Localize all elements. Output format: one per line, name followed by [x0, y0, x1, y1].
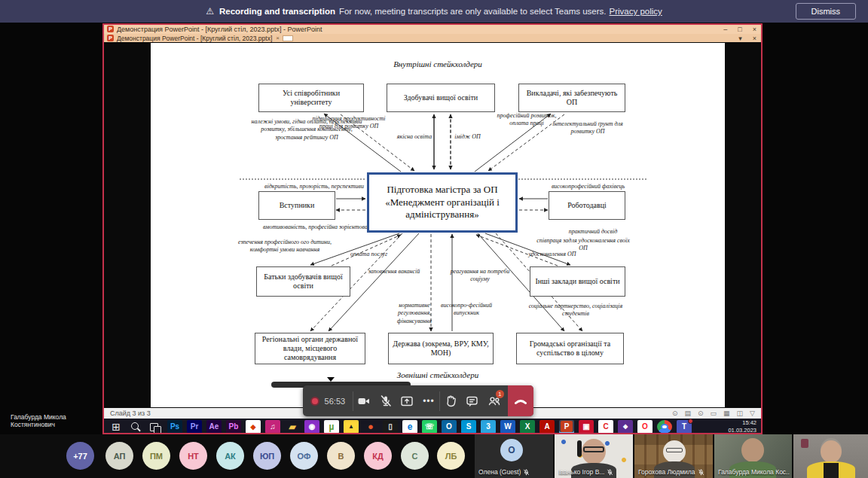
- edge-label: імідж ОП: [451, 133, 484, 141]
- premiere-icon[interactable]: Pr: [187, 420, 202, 434]
- outlook-icon[interactable]: O: [442, 420, 457, 434]
- participant-face: [741, 438, 764, 462]
- glasses: [583, 446, 604, 452]
- comments-icon[interactable]: ▤: [684, 409, 691, 417]
- participant-avatar[interactable]: КД: [364, 442, 392, 470]
- box-regional-authorities: Регіональні органи державної влади, місц…: [255, 333, 365, 364]
- share-screen-button[interactable]: [396, 385, 418, 416]
- mic-off-button[interactable]: [375, 385, 397, 416]
- more-options-button[interactable]: •••: [418, 385, 440, 416]
- task-view-icon[interactable]: [148, 420, 163, 434]
- participant-avatar: О: [500, 439, 523, 461]
- opera-icon[interactable]: O: [637, 420, 653, 434]
- mic-off-icon: [523, 469, 530, 476]
- clock-time: 15:42: [728, 419, 756, 426]
- zoom-icon[interactable]: ▽: [750, 409, 755, 417]
- external-stakeholders-header: Зовнішні стейкхолдери: [151, 370, 725, 379]
- comodo-icon[interactable]: C: [598, 420, 613, 434]
- raise-hand-button[interactable]: [440, 385, 462, 416]
- red-app-icon[interactable]: ▣: [579, 420, 594, 434]
- participant-avatar[interactable]: АП: [105, 442, 133, 470]
- media-app-icon[interactable]: ♫: [265, 420, 280, 434]
- hang-up-button[interactable]: [508, 385, 533, 416]
- meeting-control-bar: 56:53 ••• 1: [303, 385, 533, 416]
- glasses: [666, 448, 683, 452]
- word-icon[interactable]: W: [500, 420, 515, 434]
- edge-icon[interactable]: e: [402, 420, 417, 434]
- box-lecturers: Викладачі, які забезпечують ОП: [518, 84, 625, 112]
- participant-avatar[interactable]: С: [401, 442, 429, 470]
- orange-app-icon[interactable]: ●: [363, 420, 378, 434]
- video-tile[interactable]: [793, 434, 868, 478]
- notes-icon[interactable]: ⊙: [672, 409, 678, 417]
- purple-app-icon[interactable]: ◆: [618, 420, 633, 434]
- participant-avatar[interactable]: ЮП: [253, 442, 281, 470]
- participant-avatar[interactable]: ЛБ: [437, 442, 465, 470]
- overflow-count-avatar[interactable]: +77: [66, 442, 94, 470]
- taskbar-clock[interactable]: 15:42 01.03.2023: [728, 419, 756, 434]
- tile-name: Галабурда Микола Кос...: [718, 468, 790, 476]
- participants-button[interactable]: 1: [483, 385, 505, 416]
- utorrent-icon[interactable]: µ: [324, 420, 339, 434]
- dropdown-icon[interactable]: ▾: [738, 35, 742, 42]
- edge-label: заповнення вакансій: [365, 268, 423, 276]
- edge-label: інтелектуальний ґрунт для розвитку ОП: [546, 120, 630, 136]
- reading-view-icon[interactable]: ▦: [723, 409, 730, 417]
- adobe-app-icon[interactable]: Pb: [226, 420, 241, 434]
- close-button[interactable]: ×: [753, 26, 756, 33]
- sorter-view-icon[interactable]: ▭: [711, 409, 717, 417]
- normal-view-icon[interactable]: ⊙: [698, 409, 704, 417]
- video-tile[interactable]: Галабурда Микола Кос...: [714, 434, 792, 478]
- camera-button[interactable]: [353, 385, 375, 416]
- box-other-institutions: Інші заклади вищої освіти: [530, 266, 625, 297]
- chrome-icon[interactable]: [657, 420, 672, 434]
- edge-label: високопрофесійний фахівець: [526, 183, 650, 190]
- edge-label: практичний досвід: [552, 228, 634, 236]
- mic-off-icon: [607, 469, 613, 476]
- slideshow-view-icon[interactable]: ◫: [737, 409, 744, 417]
- audio-app-icon[interactable]: ◉: [304, 420, 319, 434]
- whatsapp-icon[interactable]: ☏: [422, 420, 437, 434]
- yellow-app-icon[interactable]: ▲: [344, 420, 359, 434]
- powerpoint-app-icon: P: [107, 35, 114, 41]
- video-tile[interactable]: Іванько Ігор В...: [555, 434, 633, 478]
- participant-shirt: [824, 463, 839, 478]
- participants-filmstrip: +77 АП ПМ НТ АК ЮП ОФ В КД С ЛБ О Олена …: [0, 434, 868, 478]
- teams-icon[interactable]: T: [677, 420, 692, 434]
- participant-face: [821, 440, 842, 463]
- meeting-timer: 56:53: [325, 397, 346, 406]
- window-title: Демонстрация PowerPoint - [Круглий стіл,…: [117, 26, 322, 33]
- photoshop-icon[interactable]: Ps: [167, 420, 182, 434]
- dismiss-button[interactable]: Dismiss: [796, 3, 857, 20]
- file-explorer-icon[interactable]: ▰: [285, 420, 300, 434]
- participant-avatar[interactable]: В: [327, 442, 355, 470]
- acrobat-icon[interactable]: A: [539, 420, 555, 434]
- privacy-policy-link[interactable]: Privacy policy: [610, 7, 662, 16]
- minimize-button[interactable]: –: [723, 26, 727, 33]
- maximize-button[interactable]: □: [738, 26, 741, 33]
- participant-avatar[interactable]: АК: [216, 442, 244, 470]
- edge-label: оплата послуг: [348, 251, 390, 258]
- reader-app-icon[interactable]: ▯: [383, 420, 398, 434]
- powerpoint-app-icon: P: [107, 26, 114, 32]
- tab-close-icon[interactable]: ×: [276, 35, 280, 41]
- skype-icon[interactable]: S: [461, 420, 476, 434]
- excel-icon[interactable]: X: [520, 420, 535, 434]
- photos-app-icon[interactable]: ◆: [246, 420, 261, 434]
- participant-avatar[interactable]: ПМ: [142, 442, 170, 470]
- telegram-icon[interactable]: 3: [481, 420, 496, 434]
- video-tile[interactable]: О Олена (Guest): [475, 434, 553, 478]
- search-icon[interactable]: [128, 420, 143, 434]
- video-tile[interactable]: Горохова Людмила: [634, 434, 713, 478]
- tab-chip: [283, 35, 293, 41]
- participant-avatar[interactable]: ОФ: [290, 442, 318, 470]
- close-button[interactable]: ×: [753, 35, 756, 42]
- box-public-organizations: Громадські організації та суспільство в …: [516, 333, 624, 364]
- chat-button[interactable]: [462, 385, 484, 416]
- box-state: Держава (зокрема, ВРУ, КМУ, МОН): [388, 333, 494, 364]
- powerpoint-taskbar-icon[interactable]: P: [561, 421, 573, 432]
- participant-avatar[interactable]: НТ: [179, 442, 207, 470]
- after-effects-icon[interactable]: Ae: [206, 420, 222, 434]
- presentation-tab-bar: P Демонстрация PowerPoint - [Круглий сті…: [104, 34, 761, 42]
- start-button-icon[interactable]: ⊞: [108, 420, 124, 434]
